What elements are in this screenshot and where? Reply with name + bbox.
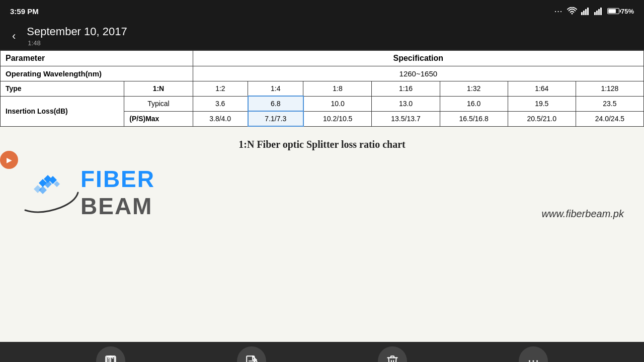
type-12: 1:2 [193,81,248,97]
nav-subtitle: 1:48 [28,39,127,47]
svg-marker-14 [39,186,47,194]
svg-point-23 [529,360,530,361]
status-time: 3:59 PM [10,7,39,16]
type-row: Type 1:N 1:2 1:4 1:8 1:16 1:32 1:64 1:12… [1,81,644,97]
content-area: ▶ Parameter Specification Operating Wave… [0,50,644,342]
param-header: Parameter [1,51,193,66]
type-n: 1:N [124,81,193,97]
more-button[interactable]: More [519,346,548,362]
delete-button[interactable]: Delete [378,346,407,362]
max-1128: 24.0/24.5 [576,111,643,126]
svg-rect-7 [600,8,602,15]
delete-icon-circle [378,346,407,362]
nav-title: September 10, 2017 [27,25,127,38]
chart-title: 1:N Fiber optic Splitter loss ratio char… [238,139,405,150]
logo-beam-text: BEAM [80,193,155,220]
status-bar: 3:59 PM ··· 75% [0,0,644,22]
specs-table: Parameter Specification Operating Wavele… [0,50,644,127]
send-icon [104,354,117,362]
edit-icon-circle [237,346,266,362]
more-icon-circle [519,346,548,362]
video-icon: ▶ [7,156,12,164]
typical-12: 3.6 [193,96,248,111]
spec-header: Specification [193,51,643,66]
wavelength-row: Operating Wavelength(nm) 1260~1650 [1,66,644,81]
nav-title-wrap: September 10, 2017 1:48 [27,25,127,47]
wavelength-label: Operating Wavelength(nm) [1,66,193,81]
max-116: 13.5/13.7 [372,111,440,126]
svg-rect-4 [594,12,596,15]
dots-icon: ··· [554,8,563,15]
max-label: (P/S)Max [124,111,193,126]
type-14: 1:4 [248,81,303,97]
more-icon [527,354,540,362]
typical-116: 13.0 [372,96,440,111]
logo-area: FIBER BEAM www.fiberbeam.pk [0,155,644,230]
logo-text: FIBER BEAM [80,165,155,220]
logo-container: FIBER BEAM [20,165,155,220]
svg-rect-3 [587,8,589,15]
wavelength-value: 1260~1650 [193,66,643,81]
battery-indicator: 75% [607,8,634,15]
website-text: www.fiberbeam.pk [542,208,624,220]
bottom-toolbar: Send Edit [0,342,644,362]
type-18: 1:8 [303,81,372,97]
back-button[interactable]: ‹ [8,28,20,45]
typical-164: 19.5 [508,96,576,111]
signal-icon [581,7,590,15]
status-icons: ··· 75% [554,7,634,15]
svg-rect-5 [596,11,598,15]
type-label: Type [1,81,124,97]
nav-bar: ‹ September 10, 2017 1:48 [0,22,644,50]
send-icon-circle [96,346,125,362]
video-thumbnail: ▶ [0,151,18,169]
svg-rect-0 [581,12,583,15]
max-132: 16.5/16.8 [440,111,508,126]
delete-icon [386,354,399,362]
typical-row: Insertion Loss(dB) Typical 3.6 6.8 10.0 … [1,96,644,111]
typical-14: 6.8 [248,96,303,111]
svg-rect-1 [583,11,585,15]
max-12: 3.8/4.0 [193,111,248,126]
typical-132: 16.0 [440,96,508,111]
signal-icon2 [594,7,603,15]
table-header-row: Parameter Specification [1,51,644,66]
wifi-icon [567,7,577,15]
max-18: 10.2/10.5 [303,111,372,126]
typical-1128: 23.5 [576,96,643,111]
type-164: 1:64 [508,81,576,97]
typical-18: 10.0 [303,96,372,111]
typical-label: Typical [124,96,193,111]
send-button[interactable]: Send [96,346,125,362]
time-display: 3:59 PM [10,7,39,16]
type-1128: 1:128 [576,81,643,97]
svg-point-25 [536,360,538,361]
logo-fiber-text: FIBER [80,165,155,193]
edit-button[interactable]: Edit [237,346,266,362]
svg-rect-6 [598,9,600,15]
insertion-loss-label: Insertion Loss(dB) [1,96,124,126]
specs-table-wrapper: Parameter Specification Operating Wavele… [0,50,644,127]
type-116: 1:16 [372,81,440,97]
type-132: 1:32 [440,81,508,97]
svg-point-24 [532,360,534,361]
edit-icon [245,354,258,362]
max-14: 7.1/7.3 [248,111,303,126]
battery-percent: 75% [621,8,634,15]
max-164: 20.5/21.0 [508,111,576,126]
svg-rect-2 [585,9,587,15]
logo-icon [20,167,80,218]
